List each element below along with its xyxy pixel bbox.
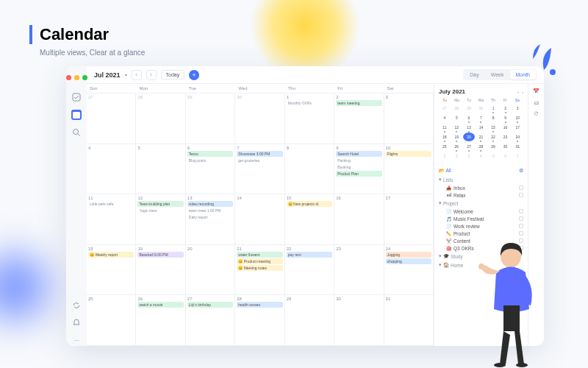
mini-day[interactable]: 20 xyxy=(463,132,475,141)
more-icon[interactable]: ⋯ xyxy=(71,336,82,346)
mini-day[interactable]: 21 xyxy=(476,132,487,141)
mini-day[interactable]: 3 xyxy=(463,152,475,160)
event-chip[interactable]: Yoga class xyxy=(137,208,183,213)
day-cell[interactable]: 5 xyxy=(136,144,185,194)
day-cell[interactable]: 30 xyxy=(334,295,384,345)
event-chip[interactable]: 😊 Product meeting xyxy=(237,258,282,264)
day-cell[interactable]: 20 xyxy=(186,245,235,295)
mini-day[interactable]: 10 xyxy=(512,113,523,122)
mini-day[interactable]: 31 xyxy=(512,142,523,151)
next-button[interactable]: › xyxy=(146,70,157,80)
day-cell[interactable]: 13video recordingteam meet 1:00 PMDaily … xyxy=(186,194,235,244)
day-cell[interactable]: 4 xyxy=(87,144,136,194)
mini-day[interactable]: 6 xyxy=(500,152,512,160)
calendar-small-icon[interactable]: 📅 xyxy=(533,88,539,94)
day-cell[interactable]: 29 xyxy=(285,295,334,345)
day-cell[interactable]: 9Search HotelPackingBookingProduct Plan xyxy=(334,144,384,194)
day-cell[interactable]: 22pay rent xyxy=(285,245,334,295)
day-cell[interactable]: 27 xyxy=(87,93,136,144)
mini-prev[interactable]: ‹ xyxy=(517,90,519,94)
day-cell[interactable]: 15😊 New projects id xyxy=(285,194,334,244)
day-cell[interactable]: 11Little park cafe xyxy=(87,194,136,244)
mini-day[interactable]: 1 xyxy=(439,152,451,160)
mini-day[interactable]: 23 xyxy=(500,132,512,141)
sync-icon[interactable] xyxy=(71,300,82,311)
event-chip[interactable]: Little park cafe xyxy=(88,201,134,207)
event-chip[interactable]: Daily report xyxy=(187,214,233,220)
mini-day[interactable]: 28 xyxy=(476,142,487,151)
checkbox[interactable] xyxy=(519,185,523,190)
day-cell[interactable]: 31 xyxy=(384,295,434,345)
day-cell[interactable]: 30 xyxy=(235,93,284,144)
day-cell[interactable]: 6TescoBlog posts xyxy=(186,144,235,194)
day-cell[interactable]: 8 xyxy=(285,144,334,194)
view-day[interactable]: Day xyxy=(464,70,484,79)
day-cell[interactable]: 12Team-building planYoga class xyxy=(136,194,185,244)
mini-day[interactable]: 28 xyxy=(451,104,463,113)
checkbox[interactable] xyxy=(519,216,523,221)
day-cell[interactable]: 17 xyxy=(384,194,434,244)
event-chip[interactable]: team meet 1:00 PM xyxy=(187,208,233,213)
list-group[interactable]: ▾Project xyxy=(439,199,523,208)
today-button[interactable]: Today xyxy=(161,70,185,79)
mini-day[interactable]: 7 xyxy=(512,152,523,160)
mini-day[interactable]: 27 xyxy=(439,104,451,113)
event-chip[interactable]: get groceries xyxy=(237,158,282,163)
mini-day[interactable]: 9 xyxy=(500,113,512,122)
mini-day[interactable]: 4 xyxy=(439,113,451,122)
all-filter[interactable]: 📂 All⚙ xyxy=(439,166,523,175)
list-group[interactable]: ▾Lists xyxy=(439,175,523,184)
event-chip[interactable]: 😊 New projects id xyxy=(287,201,332,207)
day-cell[interactable]: 28 xyxy=(136,93,185,144)
mini-day[interactable]: 16 xyxy=(500,123,512,132)
mini-day[interactable]: 30 xyxy=(500,142,512,151)
day-cell[interactable]: 16 xyxy=(334,194,384,244)
calendar-icon[interactable] xyxy=(71,110,82,120)
mini-day[interactable]: 13 xyxy=(463,123,475,132)
day-cell[interactable]: 24Joggingshopping xyxy=(384,245,434,295)
mini-day[interactable]: 29 xyxy=(463,104,475,113)
event-chip[interactable]: watch a movie xyxy=(137,302,183,308)
mini-day[interactable]: 1 xyxy=(487,104,499,113)
mini-day[interactable]: 3 xyxy=(512,104,523,113)
list-item[interactable]: 🛋Relax xyxy=(439,191,523,199)
event-chip[interactable]: Product Plan xyxy=(336,171,381,177)
day-cell[interactable]: 2team meeting xyxy=(334,93,384,144)
timer-small-icon[interactable]: ⏱ xyxy=(534,111,539,116)
mini-day[interactable]: 19 xyxy=(451,132,463,141)
event-chip[interactable]: Blog posts xyxy=(187,158,233,163)
mini-day[interactable]: 2 xyxy=(500,104,512,113)
checkbox[interactable] xyxy=(519,193,523,197)
event-chip[interactable]: Team-building plan xyxy=(137,201,183,207)
mini-day[interactable]: 24 xyxy=(512,132,523,141)
day-cell[interactable]: 10Flights xyxy=(384,144,434,194)
month-title[interactable]: Jul 2021 xyxy=(94,71,121,79)
day-cell[interactable]: 1Monthly OKRs xyxy=(285,93,334,144)
mini-day[interactable]: 6 xyxy=(463,113,475,122)
mini-day[interactable]: 26 xyxy=(451,142,463,151)
event-chip[interactable]: Search Hotel xyxy=(336,151,381,157)
day-cell[interactable]: 23 xyxy=(334,245,384,295)
mini-day[interactable]: 2 xyxy=(451,152,463,160)
mini-day[interactable]: 25 xyxy=(439,142,451,151)
event-chip[interactable]: water flowers xyxy=(237,252,282,258)
mini-day[interactable]: 5 xyxy=(451,113,463,122)
day-cell[interactable]: 14 xyxy=(235,194,284,244)
mini-day[interactable]: 5 xyxy=(487,152,499,160)
inbox-small-icon[interactable]: 🗂 xyxy=(534,100,539,105)
bell-icon[interactable] xyxy=(71,318,82,328)
day-cell[interactable]: 29 xyxy=(186,93,235,144)
checkbox[interactable] xyxy=(519,224,523,228)
event-chip[interactable]: team meeting xyxy=(336,100,381,106)
settings-icon[interactable]: ⚙ xyxy=(519,168,523,174)
event-chip[interactable]: Jogging xyxy=(386,252,431,258)
event-chip[interactable]: Flights xyxy=(386,151,431,157)
mini-day[interactable]: 17 xyxy=(512,123,523,132)
mini-day[interactable]: 29 xyxy=(487,142,499,151)
prev-button[interactable]: ‹ xyxy=(132,70,142,80)
event-chip[interactable]: Booking xyxy=(336,164,381,170)
checkbox-icon[interactable] xyxy=(71,92,82,102)
event-chip[interactable]: 😊 Meeting notes xyxy=(237,265,282,271)
mini-day[interactable]: 14 xyxy=(476,123,487,132)
event-chip[interactable]: Monthly OKRs xyxy=(287,100,332,106)
